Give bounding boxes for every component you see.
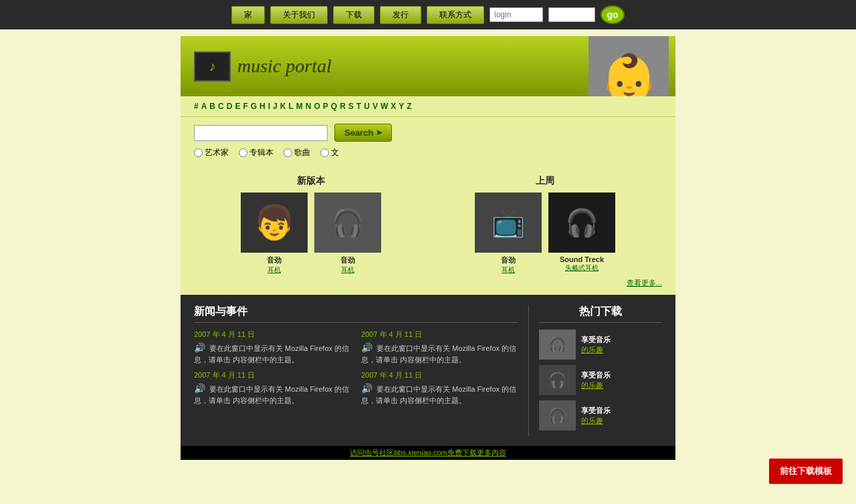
news-date-4: 2007 年 4 月 11 日 — [361, 370, 518, 380]
dl-thumb-3: 🎧 — [539, 400, 576, 430]
filter-album[interactable]: 专辑本 — [239, 147, 274, 158]
alpha-link-D[interactable]: D — [227, 102, 233, 111]
alpha-links: #ABCDEFGHIJKLMNOPQRSTUVWXYZ — [194, 102, 415, 111]
nav-contact[interactable]: 联系方式 — [427, 6, 484, 24]
download-item-3[interactable]: 🎧 享受音乐 的乐趣 — [539, 400, 662, 430]
album-thumb-1: 👦 — [241, 193, 308, 253]
alpha-navigation: #ABCDEFGHIJKLMNOPQRSTUVWXYZ — [181, 96, 675, 117]
new-releases-grid: 👦 音劲 耳机 🎧 音劲 耳机 — [194, 193, 428, 275]
alpha-link-H[interactable]: H — [259, 102, 265, 111]
album-sub-3[interactable]: 耳机 — [475, 265, 542, 275]
bottom-link[interactable]: 访问虫号社区bbs.xieniao.com免费下载更多内容 — [350, 449, 506, 457]
go-button[interactable]: go — [601, 5, 625, 24]
search-row: Search — [194, 124, 662, 142]
login-input[interactable] — [490, 7, 543, 22]
album-sub-2[interactable]: 耳机 — [314, 265, 381, 275]
password-input[interactable] — [548, 7, 595, 22]
header: music portal 👶 — [181, 36, 675, 96]
alpha-link-T[interactable]: T — [356, 102, 361, 111]
alpha-link-X[interactable]: X — [391, 102, 396, 111]
header-image: 👶 — [588, 36, 669, 96]
news-icon-3: 🔊 — [361, 342, 372, 353]
dl-info-1: 享受音乐 的乐趣 — [581, 335, 611, 355]
download-item-2[interactable]: 🎧 享受音乐 的乐趣 — [539, 365, 662, 395]
alpha-link-U[interactable]: U — [364, 102, 370, 111]
album-sub-1[interactable]: 耳机 — [241, 265, 308, 275]
nav-release[interactable]: 发行 — [380, 6, 421, 24]
alpha-link-M[interactable]: M — [296, 102, 303, 111]
news-text-2: 🔊 要在此窗口中显示有关 Mozilla Firefox 的信息，请单击 内容侧… — [194, 382, 351, 406]
alpha-link-#[interactable]: # — [194, 102, 199, 111]
site-title: music portal — [237, 55, 332, 77]
alpha-link-K[interactable]: K — [280, 102, 286, 111]
alpha-link-P[interactable]: P — [323, 102, 328, 111]
alpha-link-L[interactable]: L — [288, 102, 293, 111]
filter-text[interactable]: 文 — [320, 147, 339, 158]
alpha-link-W[interactable]: W — [381, 102, 388, 111]
news-icon-4: 🔊 — [361, 383, 372, 394]
news-icon-2: 🔊 — [194, 383, 205, 394]
music-icon — [194, 51, 231, 82]
alpha-link-Q[interactable]: Q — [331, 102, 337, 111]
alpha-link-V[interactable]: V — [372, 102, 378, 111]
alpha-link-N[interactable]: N — [306, 102, 312, 111]
news-columns: 2007 年 4 月 11 日 🔊 要在此窗口中显示有关 Mozilla Fir… — [194, 330, 518, 411]
see-more-link: 查看更多... — [194, 278, 662, 288]
album-item-2[interactable]: 🎧 音劲 耳机 — [314, 193, 381, 275]
album-name-2: 音劲 — [314, 255, 381, 265]
album-item-4[interactable]: 🎧 Sound Treck 头戴式耳机 — [548, 193, 615, 275]
filter-artist[interactable]: 艺术家 — [194, 147, 229, 158]
radio-text[interactable] — [320, 148, 329, 157]
alpha-link-B[interactable]: B — [209, 102, 215, 111]
dl-title-1: 享受音乐 — [581, 335, 611, 345]
album-sub-4[interactable]: 头戴式耳机 — [548, 263, 615, 273]
dl-info-3: 享受音乐 的乐趣 — [581, 406, 611, 426]
search-input[interactable] — [194, 125, 328, 141]
radio-artist[interactable] — [194, 148, 203, 157]
search-button[interactable]: Search — [334, 124, 392, 142]
news-title: 新闻与事件 — [194, 305, 518, 323]
alpha-link-I[interactable]: I — [268, 102, 270, 111]
releases-section: 新版本 👦 音劲 耳机 🎧 音劲 耳机 — [194, 175, 662, 275]
album-item-1[interactable]: 👦 音劲 耳机 — [241, 193, 308, 275]
alpha-link-E[interactable]: E — [235, 102, 240, 111]
nav-home[interactable]: 家 — [231, 6, 265, 24]
album-name-1: 音劲 — [241, 255, 308, 265]
filter-song[interactable]: 歌曲 — [284, 147, 310, 158]
album-name-3: 音劲 — [475, 255, 542, 265]
news-section: 新闻与事件 2007 年 4 月 11 日 🔊 要在此窗口中显示有关 Mozil… — [194, 305, 528, 436]
alpha-link-A[interactable]: A — [201, 102, 207, 111]
bottom-overlay: 访问虫号社区bbs.xieniao.com免费下载更多内容 — [181, 446, 675, 460]
floating-download-button[interactable]: 前往下载模板 — [769, 459, 843, 467]
dl-sub-3[interactable]: 的乐趣 — [581, 416, 611, 426]
alpha-link-G[interactable]: G — [251, 102, 257, 111]
album-item-3[interactable]: 📺 音劲 耳机 — [475, 193, 542, 275]
alpha-link-S[interactable]: S — [348, 102, 354, 111]
news-col-1: 2007 年 4 月 11 日 🔊 要在此窗口中显示有关 Mozilla Fir… — [194, 330, 351, 411]
radio-album[interactable] — [239, 148, 247, 157]
alpha-link-C[interactable]: C — [218, 102, 224, 111]
alpha-link-O[interactable]: O — [314, 102, 320, 111]
alpha-link-J[interactable]: J — [273, 102, 278, 111]
downloads-section: 热门下载 🎧 享受音乐 的乐趣 🎧 享受音乐 的乐趣 — [528, 305, 662, 436]
dl-sub-2[interactable]: 的乐趣 — [581, 380, 611, 390]
alpha-link-F[interactable]: F — [243, 102, 247, 111]
see-more-anchor[interactable]: 查看更多... — [627, 279, 662, 287]
alpha-link-R[interactable]: R — [340, 102, 346, 111]
nav-download[interactable]: 下载 — [333, 6, 374, 24]
album-thumb-4: 🎧 — [548, 193, 615, 253]
download-item-1[interactable]: 🎧 享受音乐 的乐趣 — [539, 330, 662, 360]
radio-song[interactable] — [284, 148, 292, 157]
news-icon-1: 🔊 — [194, 342, 205, 353]
news-text-3: 🔊 要在此窗口中显示有关 Mozilla Firefox 的信息，请单击 内容侧… — [361, 342, 518, 365]
alpha-link-Y[interactable]: Y — [399, 102, 404, 111]
top-navigation: 家 关于我们 下载 发行 联系方式 go — [0, 0, 856, 29]
header-logo: music portal — [194, 51, 332, 82]
alpha-link-Z[interactable]: Z — [407, 102, 411, 111]
nav-about[interactable]: 关于我们 — [270, 6, 328, 24]
dl-sub-1[interactable]: 的乐趣 — [581, 345, 611, 355]
search-section: Search 艺术家 专辑本 歌曲 文 — [181, 117, 675, 168]
news-date-1: 2007 年 4 月 11 日 — [194, 330, 351, 340]
dl-thumb-2: 🎧 — [539, 365, 576, 395]
new-releases-title: 新版本 — [194, 175, 428, 187]
